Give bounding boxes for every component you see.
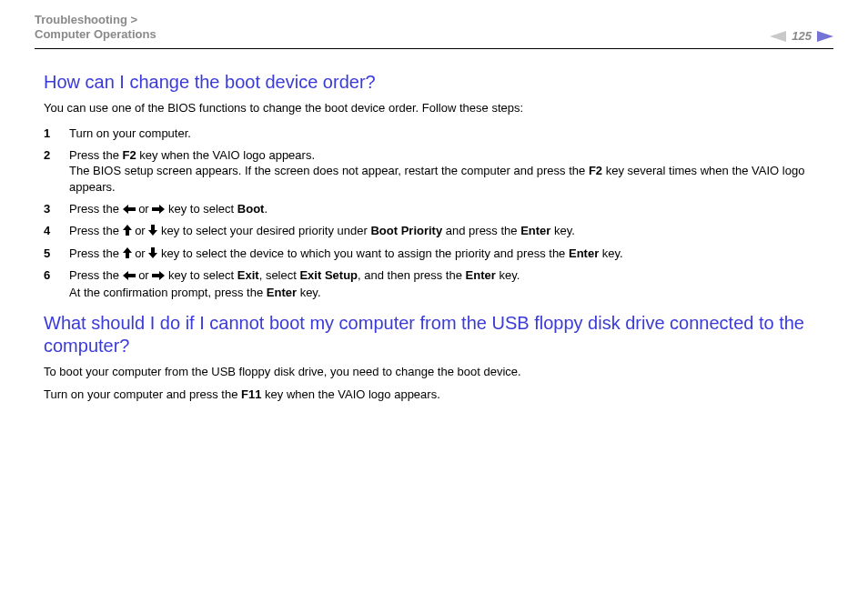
prev-page-icon[interactable] — [770, 29, 786, 42]
page-header: Troubleshooting > Computer Operations 12… — [0, 0, 868, 46]
section2-p2: Turn on your computer and press the F11 … — [44, 387, 833, 403]
breadcrumb-line-2: Computer Operations — [35, 27, 156, 41]
down-arrow-icon — [148, 246, 157, 263]
step-item: Press the F2 key when the VAIO logo appe… — [44, 145, 833, 198]
key-label: Enter — [466, 268, 496, 282]
step-text: Turn on your computer. — [69, 126, 191, 140]
section-heading-1: How can I change the boot device order? — [44, 71, 833, 94]
svg-marker-9 — [152, 271, 165, 280]
svg-marker-3 — [152, 205, 165, 214]
step-text: key to select — [165, 268, 237, 282]
menu-label: Boot — [237, 202, 265, 216]
step-text: key to select the device to which you wa… — [157, 246, 569, 260]
breadcrumb: Troubleshooting > Computer Operations — [35, 13, 156, 43]
step-text: At the confirmation prompt, press the — [69, 286, 267, 299]
step-text: . — [264, 202, 267, 216]
steps-list: Turn on your computer. Press the F2 key … — [44, 123, 833, 303]
menu-label: Exit — [237, 268, 259, 282]
svg-marker-2 — [123, 205, 136, 214]
up-arrow-icon — [123, 246, 132, 263]
step-text: key. — [496, 268, 520, 282]
left-arrow-icon — [123, 268, 136, 285]
left-arrow-icon — [123, 202, 136, 218]
step-item: Turn on your computer. — [44, 123, 833, 145]
step-text: or — [136, 202, 153, 216]
step-text: Press the — [69, 224, 123, 237]
step-text: , select — [259, 268, 300, 282]
right-arrow-icon — [152, 268, 165, 285]
up-arrow-icon — [123, 224, 132, 240]
step-text: or — [132, 246, 149, 260]
step-text: key when the VAIO logo appears. — [136, 148, 315, 162]
svg-marker-6 — [123, 247, 132, 258]
page-number: 125 — [792, 29, 812, 43]
svg-marker-7 — [148, 247, 157, 258]
step-item: Press the or key to select the device to… — [44, 243, 833, 266]
key-label: Enter — [520, 224, 550, 237]
section2-p1: To boot your computer from the USB flopp… — [44, 365, 833, 380]
svg-marker-5 — [148, 225, 157, 236]
svg-marker-4 — [123, 225, 132, 236]
svg-marker-8 — [123, 271, 136, 280]
key-label: F11 — [241, 387, 261, 401]
step-item: Press the or key to select Boot. — [44, 198, 833, 221]
right-arrow-icon — [152, 202, 165, 218]
step-text: key. — [297, 286, 321, 299]
step-text: Press the — [69, 246, 123, 260]
step-text: key to select — [165, 202, 237, 216]
content-area: How can I change the boot device order? … — [0, 49, 868, 404]
step-text: key. — [550, 224, 575, 237]
key-label: Enter — [267, 286, 297, 299]
p2-text: key when the VAIO logo appears. — [261, 387, 439, 401]
menu-label: Exit Setup — [299, 268, 358, 282]
menu-label: Boot Priority — [370, 224, 442, 237]
breadcrumb-line-1: Troubleshooting > — [35, 13, 137, 26]
step-text: key. — [599, 246, 623, 260]
svg-marker-0 — [770, 31, 786, 42]
key-label: Enter — [569, 246, 599, 260]
step-text: or — [132, 224, 149, 237]
step-item: Press the or key to select your desired … — [44, 220, 833, 243]
key-label: F2 — [589, 164, 602, 177]
pager: 125 — [770, 29, 833, 43]
down-arrow-icon — [148, 224, 157, 240]
step-text: key to select your desired priority unde… — [157, 224, 370, 237]
step-text: Press the — [69, 202, 123, 216]
step-text: or — [136, 268, 153, 282]
step-text: The BIOS setup screen appears. If the sc… — [69, 164, 589, 177]
section1-intro: You can use one of the BIOS functions to… — [44, 101, 833, 116]
manual-page: Troubleshooting > Computer Operations 12… — [0, 0, 868, 613]
next-page-icon[interactable] — [817, 29, 833, 42]
step-text: Press the — [69, 268, 123, 282]
p2-text: Turn on your computer and press the — [44, 387, 241, 401]
step-text: and press the — [442, 224, 520, 237]
step-text: , and then press the — [358, 268, 466, 282]
svg-marker-1 — [817, 31, 833, 42]
key-label: F2 — [123, 148, 136, 162]
step-item: Press the or key to select Exit, select … — [44, 265, 833, 303]
step-text: Press the — [69, 148, 123, 162]
section-heading-2: What should I do if I cannot boot my com… — [44, 312, 833, 357]
